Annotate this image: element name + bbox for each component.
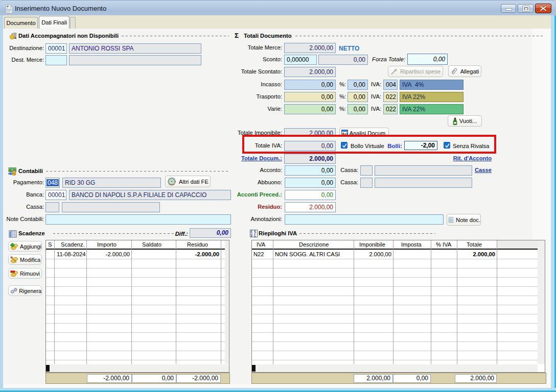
svg-text:£: £ [254,233,256,238]
svg-text:¥: ¥ [251,233,253,238]
